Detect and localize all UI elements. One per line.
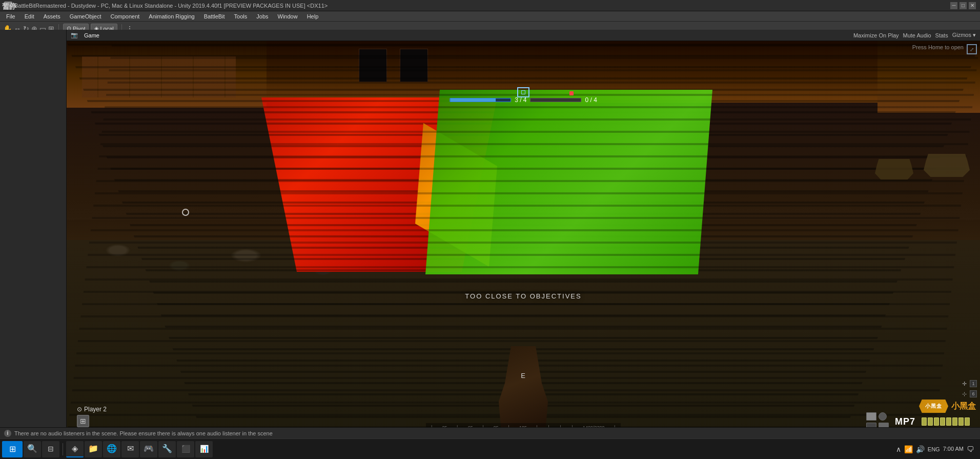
taskbar-unity[interactable]: ◈ (66, 441, 84, 457)
explorer-icon: 📁 (88, 444, 98, 453)
vehicle-2 (875, 159, 913, 179)
taskbar-separator (63, 443, 63, 455)
close-button[interactable]: ✕ (969, 2, 976, 9)
gun-silhouette (493, 346, 554, 438)
menu-file[interactable]: File (2, 12, 19, 21)
gizmos-chevron: ▾ (973, 32, 976, 38)
menu-window[interactable]: Window (274, 12, 302, 21)
app2-icon: 🔧 (162, 444, 172, 453)
menu-battlebit[interactable]: BattleBit (200, 12, 229, 21)
taskbar-file-explorer[interactable]: 📁 (85, 441, 102, 457)
unity-status-bar: i There are no audio listeners in the sc… (0, 427, 980, 438)
browser-icon: 🌐 (107, 444, 117, 453)
network-icon[interactable]: 📶 (904, 445, 913, 453)
volume-icon[interactable]: 🔊 (916, 445, 925, 453)
taskbar-extra-2[interactable]: 🔧 (158, 441, 176, 457)
maximize-on-play[interactable]: Maximize On Play (853, 32, 899, 38)
taskbar-extra-1[interactable]: 🎮 (140, 441, 157, 457)
title-bar: 暂停 BattleBitRemastered - Dustydew - PC, … (0, 0, 980, 11)
menu-edit[interactable]: Edit (21, 12, 38, 21)
search-icon: 🔍 (27, 444, 37, 453)
taskbar-clock[interactable]: 7:00 AM (943, 445, 964, 452)
taskbar-mail[interactable]: ✉ (121, 441, 139, 457)
taskbar-search[interactable]: 🔍 (24, 441, 41, 457)
taskbar-extra-4[interactable]: 📊 (195, 441, 213, 457)
menu-tools[interactable]: Tools (230, 12, 252, 21)
game-view-topbar: 📷 Game Maximize On Play Mute Audio Stats… (67, 30, 980, 41)
clock-time: 7:00 AM (943, 445, 964, 452)
taskbar-browser[interactable]: 🌐 (103, 441, 120, 457)
language-indicator[interactable]: ENG (928, 446, 940, 452)
taskbar-extra-3[interactable]: ⬛ (177, 441, 194, 457)
menu-assets[interactable]: Assets (39, 12, 65, 21)
mail-icon: ✉ (127, 444, 134, 453)
app1-icon: 🎮 (144, 444, 154, 453)
menu-bar: File Edit Assets GameObject Component An… (0, 11, 980, 22)
sys-hide-icon[interactable]: ∧ (896, 445, 901, 453)
game-canvas: 3 / 4 0 / 4 TOO CLOSE TO OBJECTIVES E │ … (67, 41, 980, 438)
taskbar: ⊞ 🔍 ⊟ ◈ 📁 🌐 ✉ 🎮 🔧 ⬛ 📊 ∧ 📶 🔊 ENG 7:00 AM … (0, 438, 980, 459)
unity-icon: ◈ (72, 444, 78, 453)
app4-icon: 📊 (200, 445, 209, 453)
game-view[interactable]: 📷 Game Maximize On Play Mute Audio Stats… (67, 30, 980, 438)
window-title: BattleBitRemastered - Dustydew - PC, Mac… (14, 3, 950, 9)
taskbar-taskview[interactable]: ⊟ (42, 441, 59, 457)
game-view-camera-icon: 📷 (71, 32, 78, 38)
taskview-icon: ⊟ (48, 445, 54, 453)
gizmos-button[interactable]: Gizmos ▾ (952, 32, 976, 38)
menu-jobs[interactable]: Jobs (252, 12, 272, 21)
start-button[interactable]: ⊞ (2, 441, 23, 457)
corner-logo: 暂停 (2, 2, 16, 11)
player-model (472, 336, 575, 438)
mute-audio[interactable]: Mute Audio (903, 32, 931, 38)
status-info-icon: i (4, 430, 11, 437)
minimize-button[interactable]: ─ (950, 2, 957, 9)
menu-help[interactable]: Help (303, 12, 323, 21)
menu-component[interactable]: Component (106, 12, 144, 21)
game-view-controls: Maximize On Play Mute Audio Stats Gizmos… (853, 32, 976, 38)
game-tab[interactable]: Game (81, 31, 103, 39)
windows-icon: ⊞ (9, 444, 16, 454)
vehicle-1 (924, 154, 970, 177)
status-message: There are no audio listeners in the scen… (14, 430, 273, 436)
menu-animation-rigging[interactable]: Animation Rigging (145, 12, 198, 21)
app3-icon: ⬛ (181, 445, 190, 453)
maximize-button[interactable]: □ (959, 2, 967, 9)
notification-icon[interactable]: 🗨 (967, 445, 974, 453)
window-controls: ─ □ ✕ (950, 2, 976, 9)
stats-button[interactable]: Stats (935, 32, 948, 38)
taskbar-right: ∧ 📶 🔊 ENG 7:00 AM 🗨 (896, 445, 978, 453)
hierarchy-panel (0, 30, 67, 438)
menu-gameobject[interactable]: GameObject (66, 12, 106, 21)
